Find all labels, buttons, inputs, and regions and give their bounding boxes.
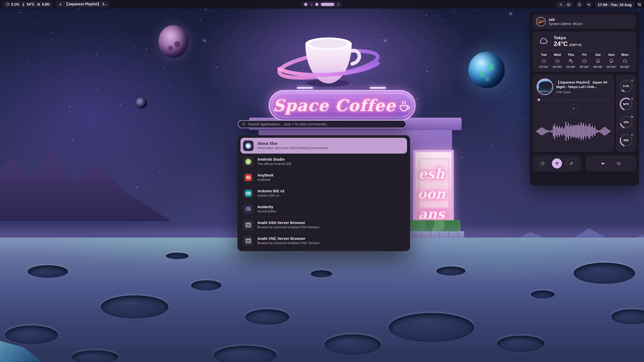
cloud-icon	[581, 58, 587, 64]
album-art-figure	[539, 81, 552, 89]
album-art[interactable]: TOKYO L...	[537, 78, 553, 95]
divider	[537, 50, 632, 50]
shop-window: esh oon ans	[413, 150, 454, 229]
launcher-app-avahi-vnc-server-browser[interactable]: Avahi VNC Server Browser Browse for Zero…	[240, 233, 407, 249]
workspace-3-dot[interactable]	[315, 3, 318, 6]
star	[233, 101, 233, 101]
crater	[5, 326, 58, 344]
launcher-app-about-xfce[interactable]: About Xfce Information about the Xfce De…	[240, 138, 407, 154]
mountains-left	[0, 151, 171, 221]
launcher-app-android-studio[interactable]: Android Studio The official Android IDE	[240, 154, 407, 169]
seek-knob[interactable]	[538, 99, 540, 101]
volume-button[interactable]	[585, 1, 592, 8]
forecast-tue: Tue 33°/24°	[537, 53, 551, 68]
small-moon	[136, 98, 147, 109]
username: seb	[549, 18, 610, 22]
waveform-bar	[597, 130, 598, 133]
wallpaper-icon[interactable]	[567, 3, 571, 7]
forecast-temps: 33°/26°	[618, 65, 632, 68]
app-description: Information about the Xfce Desktop Envir…	[257, 146, 328, 150]
system-tray	[556, 1, 574, 8]
waveform-bar	[598, 130, 599, 132]
gauge-3-1: 3.1%	[619, 79, 633, 93]
crater	[311, 270, 332, 277]
star	[434, 46, 434, 46]
crater	[191, 280, 221, 290]
star	[108, 13, 109, 13]
avatar[interactable]	[536, 17, 546, 26]
avahi-app-icon	[243, 236, 254, 246]
clock[interactable]: 17:09 - Tue, 19 Aug	[595, 1, 635, 8]
anydesk-app-icon	[243, 172, 254, 183]
network-manager-icon[interactable]	[559, 3, 563, 7]
screen-record-button[interactable]	[598, 158, 608, 168]
waveform-bar	[588, 125, 589, 138]
waveform-bar	[553, 126, 554, 137]
star	[165, 57, 166, 57]
star	[235, 158, 235, 158]
search-bar[interactable]	[238, 120, 406, 128]
app-description: Sound Editor	[257, 209, 276, 214]
workspace-4-dot[interactable]	[321, 3, 334, 6]
chip-icon	[36, 2, 41, 7]
powersave-mode-button[interactable]	[567, 158, 577, 168]
crater	[497, 336, 545, 352]
star	[454, 12, 454, 13]
play-pause-button[interactable]	[569, 104, 578, 113]
launcher-app-arduino-ide-v2[interactable]: Arduino IDE v2 Arduino IDE v2	[240, 185, 407, 201]
workspace-2-dot[interactable]	[310, 3, 313, 6]
control-center-panel: seb System Uptime: 4h11m Tokyo 24°C (GMT…	[530, 12, 639, 186]
launcher-app-anydesk[interactable]: AnyDesk AnyDesk	[240, 169, 407, 185]
waveform-bar	[578, 124, 579, 139]
balanced-mode-button[interactable]	[552, 158, 562, 168]
waveform-bar	[596, 129, 596, 133]
forecast-temps: 33°/24°	[537, 65, 551, 68]
star	[17, 162, 17, 162]
launcher-app-audacity[interactable]: Audacity Sound Editor	[240, 201, 407, 217]
pause-icon	[572, 107, 575, 110]
waveform-bar	[554, 124, 555, 139]
waveform-bar	[576, 124, 576, 138]
stat-6-8g: 6.8G	[36, 2, 50, 7]
forecast-temps: 35°/25°	[551, 65, 564, 68]
neon-sign-text: Space Coffee	[273, 96, 396, 115]
app-title: Avahi SSH Server Browser	[257, 220, 319, 225]
star	[19, 12, 20, 13]
cloud-icon	[541, 58, 547, 64]
gauge-icon	[630, 78, 634, 83]
screenshot-button[interactable]	[614, 158, 624, 168]
launcher-app-avahi-ssh-server-browser[interactable]: Avahi SSH Server Browser Browse for Zero…	[240, 217, 407, 233]
gauge-24: 24%	[619, 133, 633, 147]
waveform-bar	[540, 128, 541, 135]
system-stats-pill[interactable]: 3.1% 54°C 6.8G	[3, 1, 53, 8]
forecast-temps: 36°/26°	[591, 65, 605, 68]
star	[507, 52, 508, 52]
star	[231, 170, 232, 171]
waveform-bar	[538, 129, 539, 133]
clock-text: 17:09 - Tue, 19 Aug	[598, 3, 632, 7]
forecast-thu: Thu 33°/26°	[564, 53, 578, 68]
now-playing-pill[interactable]: 【Japanese Playlist】 J...	[55, 1, 110, 8]
workspace-5-dot[interactable]	[337, 3, 340, 6]
waveform-bar	[577, 125, 578, 138]
star	[511, 92, 511, 93]
forecast-day: Thu	[564, 53, 578, 57]
seek-bar[interactable]	[537, 99, 610, 101]
user-card: seb System Uptime: 4h11m	[533, 15, 636, 29]
settings-button[interactable]	[613, 18, 620, 25]
workspace-switcher[interactable]	[301, 1, 343, 8]
waveform-bar	[582, 125, 583, 138]
overview-grid-button[interactable]	[637, 2, 642, 7]
star	[253, 106, 254, 106]
crater	[28, 265, 68, 278]
waveform-bar	[560, 128, 561, 134]
performance-mode-button[interactable]	[538, 158, 548, 168]
thermometer-icon	[630, 96, 634, 101]
search-input[interactable]	[248, 122, 402, 126]
workspace-1-dot[interactable]	[304, 3, 307, 6]
pause-icon	[58, 2, 63, 7]
seek-track	[537, 100, 610, 100]
power-button[interactable]	[625, 18, 633, 25]
star	[359, 23, 360, 23]
notifications-button[interactable]	[576, 1, 583, 8]
